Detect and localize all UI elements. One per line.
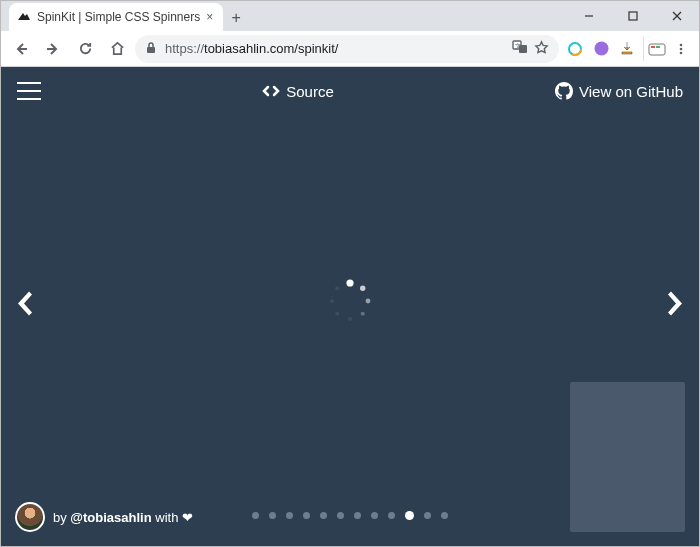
browser-window: SpinKit | Simple CSS Spinners × + https:… xyxy=(0,0,700,547)
github-link[interactable]: View on GitHub xyxy=(555,82,683,100)
pager-dot[interactable] xyxy=(269,512,276,519)
page-viewport: Source View on GitHub by @tobiasahlin wi… xyxy=(1,67,699,546)
source-label: Source xyxy=(286,83,334,100)
pager-dot[interactable] xyxy=(252,512,259,519)
window-close-button[interactable] xyxy=(655,1,699,31)
extension-icon-3[interactable] xyxy=(615,37,639,61)
extension-icon-2[interactable] xyxy=(589,37,613,61)
page-footer: by @tobiasahlin with ❤ xyxy=(15,502,193,532)
page-header: Source View on GitHub xyxy=(1,67,699,115)
tab-close-icon[interactable]: × xyxy=(206,10,213,24)
svg-point-17 xyxy=(680,47,683,50)
reload-button[interactable] xyxy=(71,35,99,63)
new-tab-button[interactable]: + xyxy=(223,5,249,31)
tab-title: SpinKit | Simple CSS Spinners xyxy=(37,10,200,24)
lock-icon xyxy=(145,41,157,57)
extension-icon-1[interactable] xyxy=(563,37,587,61)
svg-rect-6 xyxy=(147,47,155,53)
address-bar[interactable]: https://tobiasahlin.com/spinkit/ 文 xyxy=(135,35,559,63)
code-icon xyxy=(262,84,280,98)
github-icon xyxy=(555,82,573,100)
pager-dot[interactable] xyxy=(303,512,310,519)
back-button[interactable] xyxy=(7,35,35,63)
url-text: https://tobiasahlin.com/spinkit/ xyxy=(165,41,338,56)
footer-text: by @tobiasahlin with ❤ xyxy=(53,510,193,525)
svg-point-16 xyxy=(680,43,683,46)
spinner-dot xyxy=(366,298,371,303)
spinner-dot xyxy=(346,279,353,286)
pager-dots xyxy=(252,512,448,520)
pager-dot[interactable] xyxy=(286,512,293,519)
browser-titlebar: SpinKit | Simple CSS Spinners × + xyxy=(1,1,699,31)
spinner-dot xyxy=(361,311,365,315)
star-icon[interactable] xyxy=(534,40,549,58)
spinner-dot xyxy=(348,316,352,320)
pager-dot[interactable] xyxy=(388,512,395,519)
pager-dot[interactable] xyxy=(354,512,361,519)
window-maximize-button[interactable] xyxy=(611,1,655,31)
window-minimize-button[interactable] xyxy=(567,1,611,31)
spinner-dot xyxy=(335,311,339,315)
extension-icon-4[interactable] xyxy=(643,37,667,61)
tab-favicon-icon xyxy=(17,10,31,24)
translate-icon[interactable]: 文 xyxy=(512,40,528,57)
pager-dot[interactable] xyxy=(441,512,448,519)
heart-icon: ❤ xyxy=(182,510,193,525)
extensions-group xyxy=(563,37,693,61)
spinner-dot xyxy=(330,298,334,302)
browser-menu-button[interactable] xyxy=(669,37,693,61)
hamburger-menu-icon[interactable] xyxy=(17,82,41,100)
forward-button[interactable] xyxy=(39,35,67,63)
author-handle[interactable]: @tobiasahlin xyxy=(70,510,151,525)
browser-toolbar: https://tobiasahlin.com/spinkit/ 文 xyxy=(1,31,699,67)
pager-dot[interactable] xyxy=(405,511,414,520)
svg-rect-14 xyxy=(651,46,655,48)
source-link[interactable]: Source xyxy=(262,83,334,100)
svg-point-12 xyxy=(594,42,608,56)
pager-dot[interactable] xyxy=(337,512,344,519)
github-label: View on GitHub xyxy=(579,83,683,100)
svg-rect-1 xyxy=(629,12,637,20)
fading-circle-spinner xyxy=(326,277,374,325)
spinner-dot xyxy=(360,285,365,290)
home-button[interactable] xyxy=(103,35,131,63)
svg-point-18 xyxy=(680,51,683,54)
author-avatar[interactable] xyxy=(15,502,45,532)
browser-tab[interactable]: SpinKit | Simple CSS Spinners × xyxy=(9,3,223,31)
pager-dot[interactable] xyxy=(424,512,431,519)
svg-rect-15 xyxy=(656,46,660,48)
spinner-dot xyxy=(335,286,339,290)
svg-rect-13 xyxy=(649,44,665,55)
side-panel[interactable] xyxy=(570,382,685,532)
pager-dot[interactable] xyxy=(320,512,327,519)
pager-dot[interactable] xyxy=(371,512,378,519)
svg-text:文: 文 xyxy=(515,42,521,49)
window-controls xyxy=(567,1,699,31)
